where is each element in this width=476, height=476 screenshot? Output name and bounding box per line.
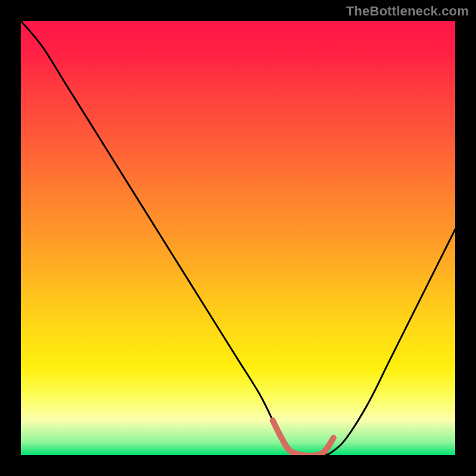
plot-area bbox=[21, 21, 455, 455]
chart-frame: TheBottleneck.com bbox=[0, 0, 476, 476]
watermark-text: TheBottleneck.com bbox=[346, 4, 469, 19]
curve-layer bbox=[21, 21, 455, 455]
highlight-band bbox=[273, 421, 333, 455]
bottleneck-curve bbox=[21, 21, 455, 455]
